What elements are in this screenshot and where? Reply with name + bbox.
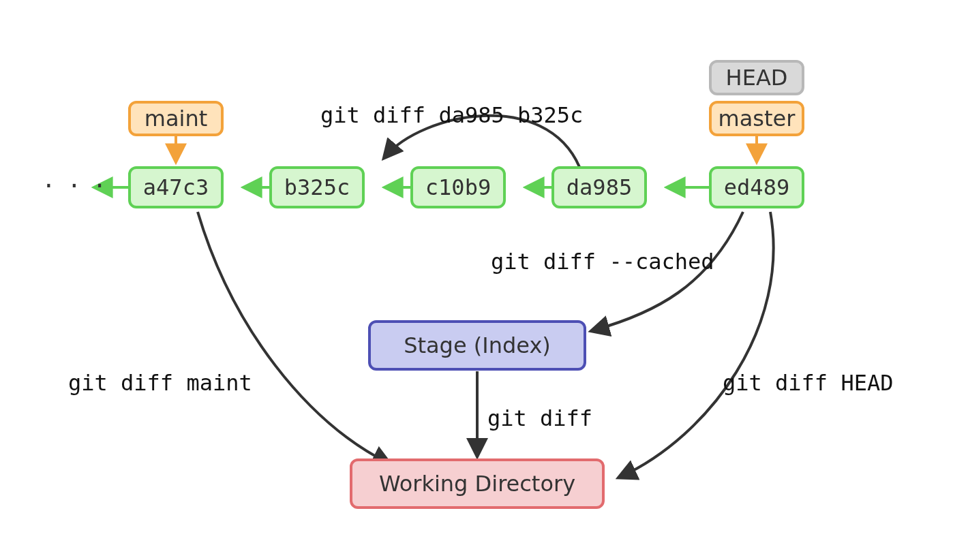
label-git-diff-head: git diff HEAD (723, 370, 893, 396)
commit-ed489: ed489 (709, 166, 804, 208)
ref-head: HEAD (709, 60, 804, 95)
branch-master: master (709, 101, 804, 136)
ellipsis-more-commits: · · · (44, 170, 108, 202)
label-git-diff-commits: git diff da985 b325c (320, 102, 583, 128)
stage-index-box: Stage (Index) (368, 320, 586, 371)
commit-c10b9: c10b9 (410, 166, 506, 208)
commit-a47c3: a47c3 (128, 166, 224, 208)
commit-da985: da985 (551, 166, 647, 208)
working-directory-box: Working Directory (350, 458, 605, 509)
git-diff-diagram: · · · a47c3 b325c c10b9 da985 ed489 main… (0, 0, 953, 560)
branch-maint: maint (128, 101, 224, 136)
label-git-diff-maint: git diff maint (68, 370, 252, 396)
commit-b325c: b325c (269, 166, 365, 208)
label-git-diff-cached: git diff --cached (491, 249, 714, 275)
label-git-diff: git diff (487, 405, 592, 431)
